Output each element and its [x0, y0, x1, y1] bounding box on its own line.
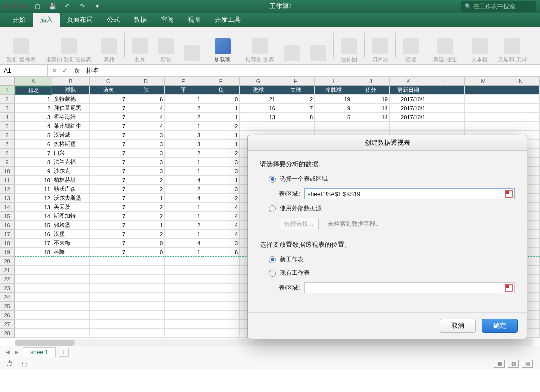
cell[interactable]: 12: [15, 194, 52, 203]
col-head-N[interactable]: N: [502, 77, 540, 86]
cell[interactable]: 2: [128, 230, 165, 239]
cell[interactable]: 6: [202, 248, 240, 257]
cell[interactable]: [15, 293, 52, 302]
cell[interactable]: [52, 311, 90, 320]
cell[interactable]: [428, 104, 465, 113]
cell[interactable]: [90, 266, 128, 275]
cell[interactable]: 2017/10/1: [390, 104, 428, 113]
cell[interactable]: 15: [15, 221, 52, 230]
cell[interactable]: [428, 113, 465, 122]
location-input[interactable]: [304, 282, 515, 294]
col-head-H[interactable]: H: [278, 77, 315, 86]
cell[interactable]: 0: [128, 239, 165, 248]
cancel-button[interactable]: 取消: [440, 319, 476, 333]
cell[interactable]: 2: [165, 104, 202, 113]
row-head[interactable]: 18: [0, 239, 15, 248]
row-head[interactable]: 14: [0, 203, 15, 212]
save-icon[interactable]: ▢: [34, 2, 42, 10]
cell[interactable]: [352, 122, 390, 131]
cell[interactable]: 16: [240, 104, 278, 113]
cell[interactable]: [428, 95, 465, 104]
option-new-sheet[interactable]: 新工作表: [269, 256, 515, 264]
cell[interactable]: 汉诺威: [52, 131, 90, 140]
cell[interactable]: 1: [165, 158, 202, 167]
cell[interactable]: 3: [128, 158, 165, 167]
row-head[interactable]: 2: [0, 95, 15, 104]
cell[interactable]: 10: [15, 176, 52, 185]
cell[interactable]: [240, 122, 278, 131]
option-existing-sheet[interactable]: 现有工作表: [269, 269, 515, 278]
row-head[interactable]: 9: [0, 158, 15, 167]
ribbon-item-0[interactable]: 数据 透视表: [4, 28, 39, 64]
sheet-tab[interactable]: sheet1: [23, 348, 56, 358]
cell[interactable]: 21: [240, 95, 278, 104]
ribbon-item-7[interactable]: 推荐的 图表: [242, 28, 278, 64]
cell[interactable]: 球队: [52, 86, 90, 95]
cell[interactable]: 19: [352, 95, 390, 104]
col-head-M[interactable]: M: [465, 77, 502, 86]
cell[interactable]: 净胜球: [315, 86, 352, 95]
cell[interactable]: [128, 320, 165, 329]
cell[interactable]: 1: [165, 122, 202, 131]
cell[interactable]: [15, 302, 52, 311]
ribbon-item-6[interactable]: 加载项: [212, 28, 234, 64]
close-window[interactable]: [4, 4, 10, 10]
cell[interactable]: 4: [128, 104, 165, 113]
add-sheet-button[interactable]: +: [59, 348, 69, 357]
page-layout-icon[interactable]: ▥: [508, 360, 519, 368]
cell[interactable]: [90, 275, 128, 284]
cell[interactable]: 5: [15, 131, 52, 140]
cell[interactable]: 拜仁慕尼黑: [52, 104, 90, 113]
page-break-icon[interactable]: ▤: [522, 360, 533, 368]
cell[interactable]: [52, 320, 90, 329]
cell[interactable]: [128, 257, 165, 266]
cell[interactable]: [202, 293, 240, 302]
cell[interactable]: 2: [165, 185, 202, 194]
radio-select-range[interactable]: [269, 176, 276, 183]
cell[interactable]: 3: [128, 167, 165, 176]
cell[interactable]: 排名: [15, 86, 52, 95]
range-input[interactable]: sheet1!$A$1:$K$19: [304, 188, 515, 200]
cell[interactable]: 8: [15, 158, 52, 167]
cell[interactable]: [502, 122, 540, 131]
cell[interactable]: 法兰克福: [52, 158, 90, 167]
cell[interactable]: [90, 302, 128, 311]
accept-formula-icon[interactable]: ✓: [62, 67, 68, 74]
cell[interactable]: 7: [90, 95, 128, 104]
cell[interactable]: [52, 275, 90, 284]
cell[interactable]: [128, 284, 165, 293]
col-head-I[interactable]: I: [315, 77, 352, 86]
cell[interactable]: [128, 329, 165, 338]
cell[interactable]: [465, 113, 502, 122]
cell[interactable]: 沙尔克: [52, 167, 90, 176]
cell[interactable]: 2: [128, 212, 165, 221]
print-icon[interactable]: ▾: [94, 2, 102, 10]
tab-视图[interactable]: 视图: [181, 13, 208, 27]
cell[interactable]: [128, 302, 165, 311]
cell[interactable]: 1: [165, 212, 202, 221]
cell[interactable]: 4: [15, 122, 52, 131]
cell[interactable]: 2: [278, 95, 315, 104]
ribbon-item-3[interactable]: 图片: [129, 28, 151, 64]
tab-开始[interactable]: 开始: [6, 13, 33, 27]
cell[interactable]: 2: [128, 176, 165, 185]
cell[interactable]: 7: [90, 122, 128, 131]
cell[interactable]: [128, 293, 165, 302]
option-select-range[interactable]: 选择一个表或区域: [269, 175, 515, 184]
cell[interactable]: 3: [15, 113, 52, 122]
row-head[interactable]: 10: [0, 167, 15, 176]
row-head[interactable]: 12: [0, 185, 15, 194]
cell[interactable]: [390, 122, 428, 131]
cell[interactable]: [202, 311, 240, 320]
minimize-window[interactable]: [13, 4, 18, 10]
ribbon-item-13[interactable]: 新建 批注: [430, 28, 460, 64]
cell[interactable]: 13: [15, 203, 52, 212]
cell[interactable]: 4: [202, 221, 240, 230]
row-head[interactable]: 19: [0, 248, 15, 257]
row-head[interactable]: 11: [0, 176, 15, 185]
cell[interactable]: 0: [128, 248, 165, 257]
cell[interactable]: 7: [90, 248, 128, 257]
row-head[interactable]: 23: [0, 284, 15, 293]
cell[interactable]: [502, 113, 540, 122]
cell[interactable]: 4: [165, 194, 202, 203]
